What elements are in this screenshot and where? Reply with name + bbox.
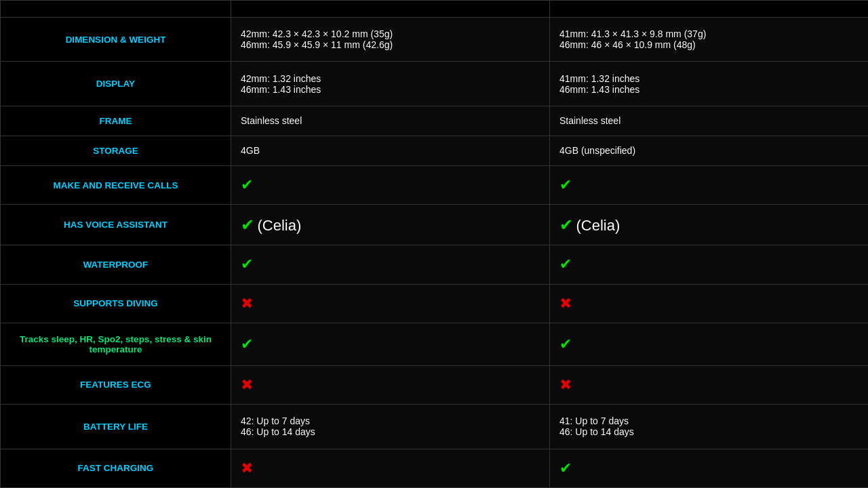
- gt3-cell-8: ✔: [231, 323, 550, 366]
- header-gt3: [231, 1, 550, 18]
- gt4-cell-0: 41mm: 41.3 × 41.3 × 9.8 mm (37g)46mm: 46…: [550, 18, 869, 62]
- cross-icon: ✖: [559, 376, 572, 393]
- gt4-cell-8: ✔: [550, 323, 869, 366]
- cell-text: 42: Up to 7 days: [241, 415, 310, 426]
- cross-icon: ✖: [241, 376, 253, 393]
- feature-label-7: SUPPORTS DIVING: [1, 284, 231, 323]
- gt4-cell-6: ✔: [550, 245, 869, 284]
- gt4-cell-3: 4GB (unspecified): [550, 136, 869, 165]
- check-icon: ✔: [241, 256, 253, 272]
- cross-icon: ✖: [241, 295, 253, 312]
- gt4-cell-7: ✖: [550, 284, 869, 323]
- celia-label: (Celia): [257, 217, 301, 234]
- gt3-cell-4: ✔: [231, 165, 550, 204]
- cell-text: 42mm: 42.3 × 42.3 × 10.2 mm (35g): [241, 28, 393, 39]
- cell-text: 46mm: 45.9 × 45.9 × 11 mm (42.6g): [241, 39, 393, 50]
- gt3-cell-1: 42mm: 1.32 inches46mm: 1.43 inches: [231, 62, 550, 106]
- check-icon: ✔: [559, 460, 572, 476]
- check-icon: ✔: [559, 336, 572, 352]
- check-icon: ✔: [559, 256, 572, 272]
- gt3-cell-11: ✖: [231, 449, 550, 488]
- gt3-cell-10: 42: Up to 7 days46: Up to 14 days: [231, 405, 550, 449]
- check-icon: ✔: [559, 216, 573, 234]
- cell-text: 46mm: 1.43 inches: [241, 84, 321, 95]
- gt3-cell-6: ✔: [231, 245, 550, 284]
- gt4-cell-10: 41: Up to 7 days46: Up to 14 days: [550, 405, 869, 449]
- cell-text: 41mm: 41.3 × 41.3 × 9.8 mm (37g): [559, 28, 706, 39]
- header-empty: [1, 1, 231, 18]
- cell-text: 46mm: 46 × 46 × 10.9 mm (48g): [559, 39, 696, 50]
- feature-label-6: WATERPROOF: [1, 245, 231, 284]
- gt3-cell-5: ✔ (Celia): [231, 205, 550, 245]
- cell-text: 41mm: 1.32 inches: [559, 73, 639, 84]
- gt3-cell-0: 42mm: 42.3 × 42.3 × 10.2 mm (35g)46mm: 4…: [231, 18, 550, 62]
- comparison-table: DIMENSION & WEIGHT42mm: 42.3 × 42.3 × 10…: [0, 0, 868, 488]
- check-icon: ✔: [241, 176, 253, 193]
- cell-text: 41: Up to 7 days: [559, 415, 629, 426]
- header-gt4: [550, 1, 869, 18]
- gt4-cell-9: ✖: [550, 365, 869, 404]
- cell-text: 46: Up to 14 days: [559, 426, 634, 437]
- feature-label-10: BATTERY LIFE: [1, 405, 231, 449]
- gt3-cell-7: ✖: [231, 284, 550, 323]
- feature-label-3: STORAGE: [1, 136, 231, 165]
- feature-label-2: FRAME: [1, 106, 231, 136]
- feature-label-1: DISPLAY: [1, 62, 231, 106]
- feature-label-5: HAS VOICE ASSISTANT: [1, 205, 231, 245]
- check-icon: ✔: [241, 336, 253, 352]
- cell-text: Stainless steel: [559, 115, 620, 126]
- cell-text: 4GB (unspecified): [559, 145, 635, 156]
- cell-text: Stainless steel: [241, 115, 302, 126]
- cross-icon: ✖: [241, 460, 253, 476]
- feature-label-9: FEATURES ECG: [1, 365, 231, 404]
- check-icon: ✔: [241, 216, 254, 234]
- cell-text: 46mm: 1.43 inches: [559, 84, 639, 95]
- feature-label-0: DIMENSION & WEIGHT: [1, 18, 231, 62]
- feature-label-8: Tracks sleep, HR, Spo2, steps, stress & …: [1, 323, 231, 366]
- voice-cell: ✔ (Celia): [559, 221, 620, 232]
- cell-text: 46: Up to 14 days: [241, 426, 315, 437]
- gt3-cell-3: 4GB: [231, 136, 550, 165]
- feature-label-11: FAST CHARGING: [1, 449, 231, 488]
- gt3-cell-2: Stainless steel: [231, 106, 550, 136]
- check-icon: ✔: [559, 176, 572, 193]
- gt4-cell-5: ✔ (Celia): [550, 205, 869, 245]
- cell-text: 4GB: [241, 145, 260, 156]
- gt4-cell-11: ✔: [550, 449, 869, 488]
- celia-label: (Celia): [576, 217, 620, 234]
- gt4-cell-4: ✔: [550, 165, 869, 204]
- voice-cell: ✔ (Celia): [241, 221, 301, 232]
- gt4-cell-1: 41mm: 1.32 inches46mm: 1.43 inches: [550, 62, 869, 106]
- gt3-cell-9: ✖: [231, 365, 550, 404]
- cell-text: 42mm: 1.32 inches: [241, 73, 321, 84]
- gt4-cell-2: Stainless steel: [550, 106, 869, 136]
- cross-icon: ✖: [559, 295, 572, 312]
- feature-label-4: MAKE AND RECEIVE CALLS: [1, 165, 231, 204]
